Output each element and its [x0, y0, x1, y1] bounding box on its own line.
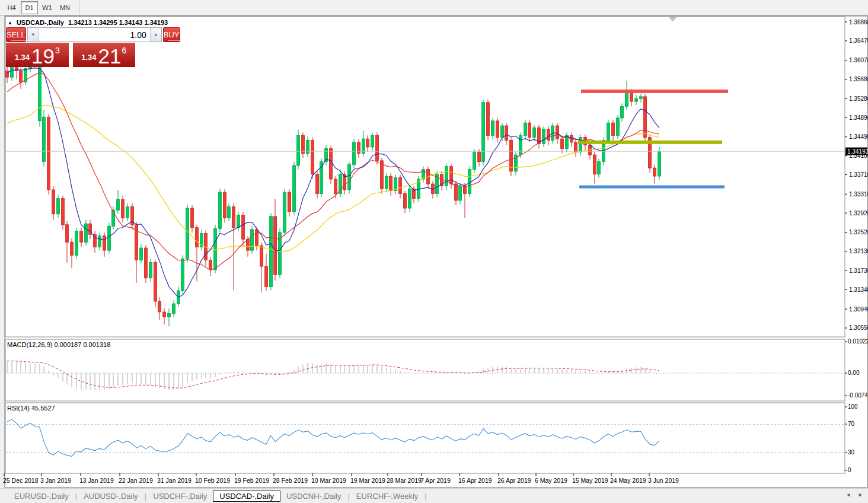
sell-price-button[interactable]: 1.34 19 3	[6, 43, 69, 67]
sell-price-figure: 1.34	[15, 53, 30, 62]
tabbar-scroll-arrows: ◄ ►	[845, 492, 863, 498]
sell-price-point: 3	[55, 46, 60, 55]
buy-price-point: 6	[122, 46, 126, 55]
svg-text:1.30550: 1.30550	[849, 324, 868, 331]
svg-text:13 Jan 2019: 13 Jan 2019	[79, 477, 114, 484]
tab-scroll-left-icon[interactable]: ◄	[845, 492, 851, 498]
svg-text:31 Jan 2019: 31 Jan 2019	[157, 477, 192, 484]
svg-text:0.00: 0.00	[848, 370, 860, 376]
svg-text:24 May 2019: 24 May 2019	[610, 477, 646, 484]
tab-separator: |	[425, 492, 426, 501]
svg-text:1.31730: 1.31730	[849, 268, 868, 274]
svg-text:6 May 2019: 6 May 2019	[535, 477, 567, 484]
timeframe-toolbar: H4 D1 W1 MN	[0, 0, 868, 15]
svg-text:1.33710: 1.33710	[849, 171, 868, 178]
symbol-tabbar: EURUSD-,Daily| AUDUSD-,Daily| USDCHF-,Da…	[0, 488, 868, 503]
svg-text:1.32520: 1.32520	[849, 229, 868, 235]
svg-text:1.35280: 1.35280	[849, 95, 868, 102]
svg-text:3 Jun 2019: 3 Jun 2019	[648, 477, 679, 484]
tab-separator: |	[347, 492, 349, 501]
svg-text:10 Mar 2019: 10 Mar 2019	[311, 477, 346, 484]
svg-text:30: 30	[848, 449, 855, 456]
tab-separator: |	[145, 492, 146, 501]
timeframe-button-mn[interactable]: MN	[56, 1, 74, 14]
svg-text:28 Mar 2019: 28 Mar 2019	[387, 477, 422, 484]
tab-usdchf-daily[interactable]: USDCHF-,Daily	[147, 491, 213, 501]
rsi-label: RSI(14) 45.5527	[7, 405, 55, 412]
volume-spinner: ▼ ▲	[27, 27, 162, 42]
sell-price-pips: 19	[31, 46, 55, 66]
svg-text:25 Dec 2018: 25 Dec 2018	[3, 477, 39, 484]
chart-header: ▲ USDCAD-,Daily 1.34213 1.34295 1.34143 …	[8, 19, 168, 26]
tab-scroll-right-icon[interactable]: ►	[858, 492, 863, 498]
svg-text:0.010229: 0.010229	[848, 338, 868, 345]
svg-text:1.33310: 1.33310	[849, 191, 868, 198]
tab-eurchf-weekly[interactable]: EURCHF-,Weekly	[350, 491, 425, 501]
svg-text:16 Apr 2019: 16 Apr 2019	[458, 477, 492, 484]
svg-text:70: 70	[848, 421, 855, 427]
svg-text:28 Feb 2019: 28 Feb 2019	[273, 477, 308, 484]
chart-symbol-title: USDCAD-,Daily	[17, 19, 64, 26]
svg-text:26 Apr 2019: 26 Apr 2019	[497, 477, 531, 484]
timeframe-button-h4[interactable]: H4	[3, 1, 20, 14]
chart-ohlc-values: 1.34213 1.34295 1.34143 1.34193	[68, 19, 168, 26]
svg-text:1.34890: 1.34890	[849, 114, 868, 121]
tab-eurusd-daily[interactable]: EURUSD-,Daily	[8, 491, 75, 501]
price-chart-canvas[interactable]: 1.368601.364701.360701.356801.352801.348…	[0, 0, 868, 503]
tab-separator: |	[75, 492, 77, 501]
macd-label: MACD(12,26,9) 0.000187 0.001318	[7, 341, 110, 348]
timeframe-button-d1[interactable]: D1	[21, 1, 38, 14]
svg-text:100: 100	[848, 403, 858, 410]
svg-text:1.32920: 1.32920	[849, 210, 868, 217]
svg-text:10 Feb 2019: 10 Feb 2019	[195, 477, 230, 484]
svg-text:1.36070: 1.36070	[849, 57, 868, 63]
svg-text:-0.007477: -0.007477	[848, 392, 868, 399]
toolbar-divider	[79, 1, 79, 14]
svg-text:3 Jan 2019: 3 Jan 2019	[40, 477, 71, 484]
svg-text:1.30940: 1.30940	[849, 306, 868, 313]
svg-text:7 Apr 2019: 7 Apr 2019	[420, 477, 451, 484]
volume-input[interactable]	[39, 28, 150, 42]
tab-audusd-daily[interactable]: AUDUSD-,Daily	[78, 491, 144, 501]
svg-text:1.31340: 1.31340	[849, 286, 868, 293]
tab-usdcnh-daily[interactable]: USDCNH-,Daily	[280, 491, 347, 501]
svg-text:0: 0	[848, 467, 851, 473]
svg-text:19 Feb 2019: 19 Feb 2019	[234, 477, 269, 484]
svg-text:1.32130: 1.32130	[849, 248, 868, 254]
svg-text:19 Mar 2019: 19 Mar 2019	[350, 477, 385, 484]
svg-text:1.35680: 1.35680	[849, 76, 868, 82]
svg-text:15 May 2019: 15 May 2019	[572, 477, 608, 484]
tab-usdcad-daily[interactable]: USDCAD-,Daily	[213, 491, 280, 502]
collapse-triangle-icon[interactable]: ▲	[8, 20, 12, 26]
svg-text:22 Jan 2019: 22 Jan 2019	[119, 477, 153, 484]
svg-text:1.34490: 1.34490	[849, 133, 868, 140]
buy-price-figure: 1.34	[81, 53, 96, 62]
buy-price-button[interactable]: 1.34 21 6	[73, 43, 136, 67]
buy-button[interactable]: BUY	[163, 27, 180, 42]
volume-increase-icon[interactable]: ▲	[150, 28, 161, 42]
timeframe-button-w1[interactable]: W1	[39, 1, 56, 14]
sell-button[interactable]: SELL	[6, 27, 26, 42]
svg-text:1.34193: 1.34193	[847, 148, 868, 155]
buy-price-pips: 21	[98, 46, 122, 66]
svg-text:1.36470: 1.36470	[849, 37, 868, 44]
volume-decrease-icon[interactable]: ▼	[28, 28, 39, 42]
svg-text:1.36860: 1.36860	[849, 19, 868, 26]
one-click-trade-panel: SELL ▼ ▲ BUY 1.34 19 3 1.34 21 6	[6, 27, 135, 67]
